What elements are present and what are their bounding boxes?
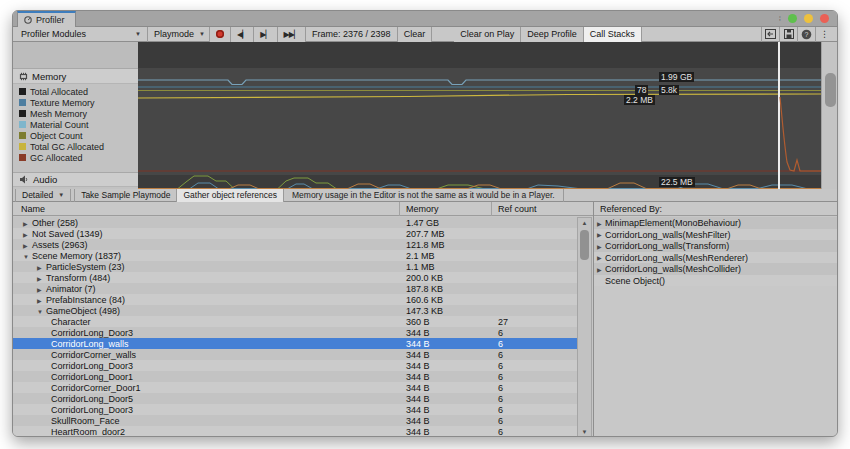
column-header-ref-count[interactable]: Ref count — [498, 204, 537, 214]
tab-profiler[interactable]: Profiler — [17, 11, 76, 27]
profiler-modules-dropdown[interactable]: Profiler Modules ▼ — [17, 27, 145, 42]
deep-profile-toggle[interactable]: Deep Profile — [521, 27, 584, 42]
table-row[interactable]: ▶Assets (2963)121.8 MB — [13, 239, 577, 250]
help-button[interactable]: ? — [797, 27, 815, 42]
referenced-by-item[interactable]: ▶MinimapElement(MonoBehaviour) — [594, 217, 838, 229]
profiler-chart[interactable] — [138, 42, 821, 189]
referenced-by-item[interactable]: ▶CorridorLong_walls(Transform) — [594, 240, 838, 252]
table-row[interactable]: CorridorLong_Door3344 B6 — [13, 327, 577, 338]
expand-arrow-icon[interactable]: ▶ — [597, 231, 602, 238]
memory-module-header[interactable]: Memory — [13, 69, 138, 84]
clear-on-play-toggle[interactable]: Clear on Play — [454, 27, 521, 42]
expand-arrow-icon[interactable]: ▶ — [597, 254, 602, 261]
window-button-yellow[interactable] — [804, 14, 813, 23]
legend-item[interactable]: Total Allocated — [13, 86, 138, 97]
memory-tree-table: ▶Other (258)1.47 GB▶Not Saved (1349)207.… — [13, 217, 577, 437]
gather-object-references-toggle[interactable]: Gather object references — [177, 189, 284, 202]
clear-button[interactable]: Clear — [397, 27, 433, 42]
referenced-by-label: Scene Object() — [605, 276, 665, 286]
save-profile-button[interactable] — [779, 27, 797, 42]
next-frame-button[interactable]: ▶▏ — [254, 27, 277, 42]
row-memory: 187.8 KB — [406, 284, 443, 294]
row-ref-count: 6 — [498, 350, 503, 360]
table-row[interactable]: SkullRoom_Face344 B6 — [13, 415, 577, 426]
module-sidebar: Memory Total AllocatedTexture MemoryMesh… — [13, 42, 138, 189]
row-memory: 344 B — [406, 405, 430, 415]
row-name: Animator (7) — [46, 284, 96, 294]
table-scrollbar-thumb[interactable] — [580, 230, 589, 260]
previous-frame-button[interactable]: ◀▏ — [231, 27, 254, 42]
load-profile-button[interactable] — [761, 27, 779, 42]
row-ref-count: 6 — [498, 427, 503, 437]
detailed-dropdown[interactable]: Detailed ▼ — [15, 189, 71, 202]
scroll-up-icon[interactable]: ▲ — [578, 218, 591, 228]
legend-item[interactable]: Material Count — [13, 119, 138, 130]
table-row[interactable]: CorridorLong_Door1344 B6 — [13, 371, 577, 382]
drag-handle-icon[interactable]: ⁞ — [779, 14, 781, 23]
window-button-green[interactable] — [788, 14, 797, 23]
legend-label: Object Count — [30, 131, 83, 141]
legend-item[interactable]: Texture Memory — [13, 97, 138, 108]
table-row[interactable]: ▶Not Saved (1349)207.7 MB — [13, 228, 577, 239]
call-stacks-toggle[interactable]: Call Stacks — [584, 27, 642, 42]
chevron-down-icon: ▼ — [58, 192, 64, 198]
referenced-by-item[interactable]: Scene Object() — [594, 275, 838, 287]
expand-arrow-icon[interactable]: ▶ — [597, 243, 602, 250]
scroll-down-icon[interactable]: ▼ — [578, 427, 591, 437]
table-row[interactable]: ▶ParticleSystem (23)1.1 MB — [13, 261, 577, 272]
detail-toolbar: Detailed ▼ Take Sample Playmode Gather o… — [13, 189, 837, 202]
referenced-by-item[interactable]: ▶CorridorLong_walls(MeshCollider) — [594, 263, 838, 275]
record-icon — [216, 30, 224, 38]
table-row[interactable]: CorridorLong_Door3344 B6 — [13, 360, 577, 371]
current-frame-button[interactable]: ▶▶▏ — [278, 27, 306, 42]
referenced-by-label: MinimapElement(MonoBehaviour) — [605, 218, 741, 228]
column-divider[interactable] — [491, 202, 492, 216]
modules-scrollbar-thumb[interactable] — [825, 73, 836, 107]
table-row[interactable]: ▶Transform (484)200.0 KB — [13, 272, 577, 283]
table-row[interactable]: CorridorCorner_walls344 B6 — [13, 349, 577, 360]
legend-item[interactable]: Mesh Memory — [13, 108, 138, 119]
playmode-dropdown[interactable]: Playmode ▼ — [150, 27, 209, 42]
modules-scrollbar[interactable] — [821, 42, 838, 189]
table-row[interactable]: CorridorCorner_Door1344 B6 — [13, 382, 577, 393]
row-memory: 160.6 KB — [406, 295, 443, 305]
column-header-name[interactable]: Name — [21, 204, 45, 214]
referenced-by-item[interactable]: ▶CorridorLong_walls(MeshFilter) — [594, 229, 838, 241]
referenced-by-header: Referenced By: — [594, 202, 838, 216]
referenced-by-label: CorridorLong_walls(MeshFilter) — [605, 230, 731, 240]
help-icon: ? — [801, 29, 812, 40]
table-row[interactable]: ▶Other (258)1.47 GB — [13, 217, 577, 228]
table-row[interactable]: CorridorLong_Door5344 B6 — [13, 393, 577, 404]
context-menu-button[interactable]: ⋮ — [815, 27, 833, 42]
expand-arrow-icon[interactable]: ▶ — [597, 220, 602, 227]
editor-memory-note: Memory usage in the Editor is not the sa… — [284, 189, 564, 202]
window-button-red[interactable] — [820, 14, 829, 23]
record-button[interactable] — [209, 27, 231, 42]
table-row[interactable]: CorridorLong_walls344 B6 — [13, 338, 577, 349]
row-memory: 147.3 KB — [406, 306, 443, 316]
table-row[interactable]: Character360 B27 — [13, 316, 577, 327]
clear-label: Clear — [404, 29, 426, 39]
table-row[interactable]: ▼Scene Memory (1837)2.1 MB — [13, 250, 577, 261]
table-row[interactable]: HeartRoom_door2344 B6 — [13, 426, 577, 437]
column-header-memory[interactable]: Memory — [406, 204, 439, 214]
legend-item[interactable]: GC Allocated — [13, 152, 138, 163]
chart-label-total-allocated: 1.99 GB — [659, 72, 694, 82]
memory-legend: Total AllocatedTexture MemoryMesh Memory… — [13, 86, 138, 163]
audio-module-header[interactable]: Audio — [13, 172, 138, 187]
column-divider[interactable] — [399, 202, 400, 216]
legend-item[interactable]: Total GC Allocated — [13, 141, 138, 152]
referenced-by-item[interactable]: ▶CorridorLong_walls(MeshRenderer) — [594, 252, 838, 264]
table-row[interactable]: CorridorLong_Door3344 B6 — [13, 404, 577, 415]
legend-swatch-icon — [19, 99, 26, 106]
table-scrollbar[interactable]: ▲ ▼ — [577, 217, 592, 437]
table-row[interactable]: ▶Animator (7)187.8 KB — [13, 283, 577, 294]
take-sample-button[interactable]: Take Sample Playmode — [74, 189, 177, 202]
table-row[interactable]: ▼GameObject (498)147.3 KB — [13, 305, 577, 316]
legend-item[interactable]: Object Count — [13, 130, 138, 141]
row-ref-count: 6 — [498, 328, 503, 338]
expand-arrow-icon[interactable]: ▶ — [597, 266, 602, 273]
table-row[interactable]: ▶PrefabInstance (84)160.6 KB — [13, 294, 577, 305]
legend-swatch-icon — [19, 110, 26, 117]
row-name: Scene Memory (1837) — [32, 251, 121, 261]
